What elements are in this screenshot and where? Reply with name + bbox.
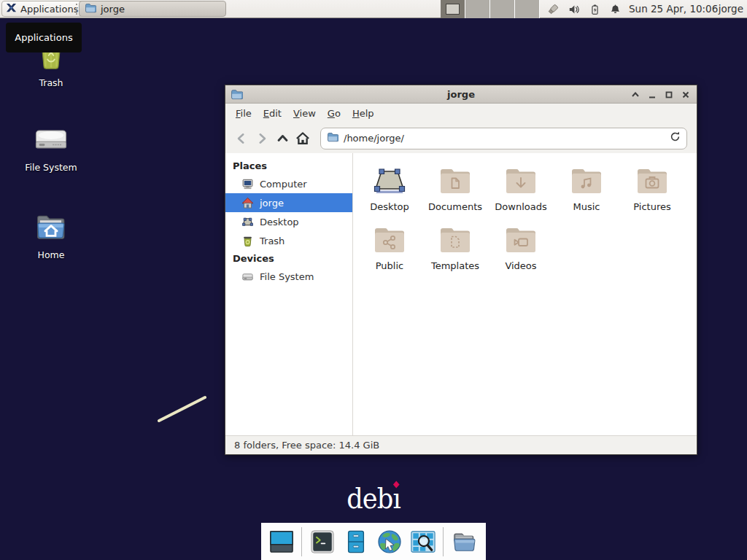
file-item-label: Videos <box>505 260 536 271</box>
sidebar-item-desktop[interactable]: Desktop <box>225 212 352 231</box>
file-item-pictures[interactable]: Pictures <box>620 163 684 212</box>
statusbar: 8 folders, Free space: 14.4 GiB <box>225 435 697 454</box>
notifications-bell-icon[interactable] <box>609 3 622 15</box>
system-tray <box>547 0 622 18</box>
desktop-folder-icon <box>372 163 407 198</box>
sidebar-item-jorge[interactable]: jorge <box>225 193 352 212</box>
statusbar-text: 8 folders, Free space: 14.4 GiB <box>234 440 379 451</box>
sidebar-item-label: Desktop <box>260 217 299 228</box>
menu-help[interactable]: Help <box>347 105 380 122</box>
dock-separator <box>301 527 302 556</box>
templates-folder-icon <box>438 222 473 257</box>
file-item-label: Pictures <box>633 201 670 212</box>
trash-icon <box>241 235 254 247</box>
videos-folder-icon <box>503 222 538 257</box>
desktop-icon-label: Home <box>38 249 65 260</box>
file-item-label: Downloads <box>495 201 546 212</box>
file-item-documents[interactable]: Documents <box>423 163 487 212</box>
shade-button[interactable] <box>630 90 640 100</box>
tooltip-text: Applications <box>15 32 72 43</box>
sidebar-item-trash[interactable]: Trash <box>225 231 352 250</box>
applications-menu-button[interactable]: Applications <box>1 1 85 17</box>
removable-device-icon[interactable] <box>547 3 560 15</box>
desktop-icon-label: Trash <box>39 77 63 88</box>
window-titlebar[interactable]: jorge <box>225 85 697 104</box>
workspace-1[interactable] <box>441 0 465 18</box>
maximize-button[interactable] <box>664 90 674 100</box>
desktop-icon-filesystem[interactable]: File System <box>7 121 95 173</box>
desktop-icon-home[interactable]: Home <box>7 209 95 260</box>
file-item-music[interactable]: Music <box>554 163 619 212</box>
pictures-folder-icon <box>635 163 670 198</box>
minimize-button[interactable] <box>647 90 657 100</box>
window-body: Places Computer jorge <box>225 153 697 435</box>
debian-logo-text: deb <box>347 481 392 515</box>
sidebar-item-label: File System <box>260 271 314 282</box>
file-item-desktop[interactable]: Desktop <box>357 163 422 212</box>
menu-edit[interactable]: Edit <box>258 105 287 122</box>
menu-file[interactable]: File <box>230 105 258 122</box>
dock-item-directory-menu[interactable] <box>450 528 477 555</box>
forward-button[interactable] <box>252 128 272 149</box>
location-folder-icon <box>327 131 338 146</box>
dock-item-show-desktop[interactable] <box>268 528 295 555</box>
dock-item-web-browser[interactable] <box>376 528 403 555</box>
workspace-window-preview <box>446 4 460 15</box>
volume-icon[interactable] <box>568 3 580 15</box>
home-folder-icon <box>32 209 70 246</box>
sidebar-item-label: Computer <box>260 179 307 190</box>
file-item-label: Templates <box>431 260 479 271</box>
taskbar-window-button[interactable]: jorge <box>79 1 226 17</box>
sidebar: Places Computer jorge <box>225 153 353 435</box>
location-path[interactable]: /home/jorge/ <box>344 133 665 144</box>
dock-separator <box>443 527 444 556</box>
location-bar[interactable]: /home/jorge/ <box>320 128 687 149</box>
close-button[interactable] <box>681 90 691 100</box>
applications-menu-label: Applications <box>20 4 78 15</box>
sidebar-header-devices: Devices <box>225 250 352 267</box>
taskbar-window-label: jorge <box>101 4 125 15</box>
panel-clock[interactable]: Sun 25 Apr, 10:06 <box>629 0 718 18</box>
reload-icon[interactable] <box>670 131 681 145</box>
back-button[interactable] <box>231 128 252 149</box>
dock-item-terminal[interactable] <box>309 528 336 555</box>
file-item-label: Public <box>376 260 403 271</box>
menu-view[interactable]: View <box>287 105 322 122</box>
dock-item-application-finder[interactable] <box>409 528 436 555</box>
sidebar-item-label: jorge <box>260 198 284 209</box>
file-grid: Desktop Documents <box>354 153 697 435</box>
public-folder-icon <box>372 222 407 257</box>
desktop: Applications jorge <box>0 0 747 560</box>
battery-icon[interactable] <box>589 3 601 15</box>
file-item-label: Documents <box>428 201 482 212</box>
workspace-switcher <box>441 0 540 18</box>
workspace-4[interactable] <box>515 0 540 18</box>
applications-tooltip: Applications <box>6 23 82 52</box>
file-item-label: Desktop <box>370 201 409 212</box>
dock-item-file-manager[interactable] <box>342 528 369 555</box>
dock-panel <box>261 523 486 560</box>
sidebar-item-label: Trash <box>260 236 285 246</box>
tasklist-handle <box>76 4 77 15</box>
menu-go[interactable]: Go <box>322 105 347 122</box>
top-panel: Applications jorge <box>0 0 747 18</box>
desktop-icon-label: File System <box>25 162 77 173</box>
harddrive-icon <box>241 271 254 283</box>
file-item-templates[interactable]: Templates <box>423 222 487 271</box>
menubar: File Edit View Go Help <box>225 104 697 123</box>
file-item-downloads[interactable]: Downloads <box>489 163 553 212</box>
user-actions-button[interactable]: jorge <box>719 0 743 18</box>
home-icon <box>241 197 254 209</box>
workspace-3[interactable] <box>490 0 515 18</box>
toolbar: /home/jorge/ <box>225 123 697 153</box>
desktop-icon <box>241 216 254 228</box>
file-manager-window: jorge File Edit View Go Help <box>225 85 697 455</box>
file-item-videos[interactable]: Videos <box>489 222 553 271</box>
computer-icon <box>241 178 254 190</box>
file-item-public[interactable]: Public <box>357 222 422 271</box>
sidebar-item-filesystem[interactable]: File System <box>225 267 352 286</box>
home-button[interactable] <box>293 128 313 149</box>
workspace-2[interactable] <box>465 0 490 18</box>
up-button[interactable] <box>272 128 293 149</box>
sidebar-item-computer[interactable]: Computer <box>225 174 352 193</box>
